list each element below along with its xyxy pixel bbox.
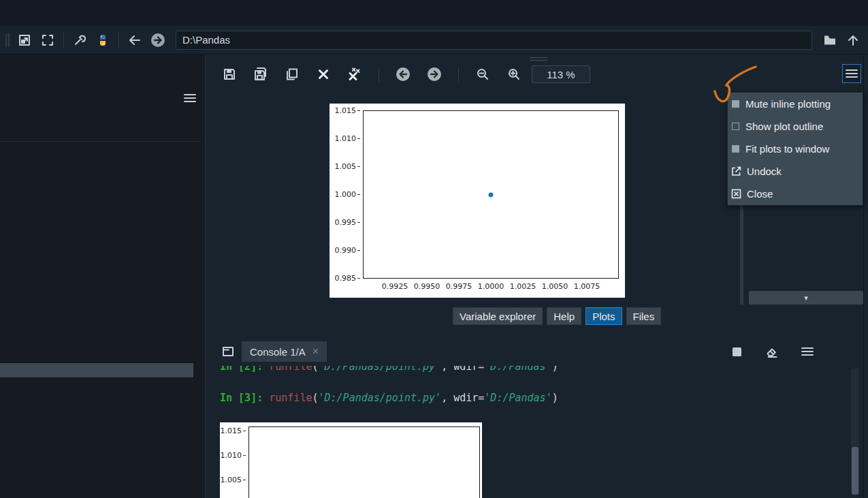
arrow-left-circle-icon	[395, 66, 411, 82]
close-x-icon	[317, 68, 329, 80]
save-all-plots-button[interactable]	[251, 65, 270, 84]
splitter-handle[interactable]	[530, 57, 547, 61]
eraser-icon	[765, 345, 779, 358]
main-plot-xticks: 0.99250.99500.99751.00001.00251.00501.00…	[379, 282, 602, 291]
remove-all-plots-button[interactable]	[345, 65, 364, 84]
console-output[interactable]: In [2]: runfile('D:/Pandas/point.py', wd…	[213, 366, 846, 498]
save-all-icon	[253, 67, 268, 82]
console-line: In [2]: runfile('D:/Pandas/point.py', wd…	[220, 366, 846, 373]
browse-tabs-button[interactable]	[219, 342, 238, 361]
console-pane: Console 1/A ×	[213, 337, 863, 498]
scatter-point	[489, 192, 494, 197]
checkbox-checked-icon	[732, 145, 739, 153]
main-toolbar	[0, 26, 868, 55]
divider	[0, 141, 202, 142]
back-button[interactable]	[125, 31, 144, 50]
tab-files[interactable]: Files	[626, 307, 662, 325]
working-directory-input[interactable]	[176, 31, 812, 50]
folder-icon	[822, 33, 837, 48]
menu-item-label: Undock	[747, 166, 782, 177]
zoom-out-button[interactable]	[473, 65, 492, 84]
save-icon	[223, 67, 236, 81]
main-plot-yticks: 1.0151.0101.0051.0000.9950.9900.985	[329, 106, 360, 283]
close-box-icon	[730, 188, 742, 200]
hamburger-icon	[183, 93, 197, 104]
main-plot-figure[interactable]: 1.0151.0101.0051.0000.9950.9900.985 0.99…	[329, 104, 625, 298]
fullscreen-icon	[41, 33, 54, 47]
separator	[118, 33, 119, 48]
tab-variable-explorer[interactable]: Variable explorer	[453, 307, 543, 325]
window-icon	[221, 345, 235, 358]
titlebar	[0, 0, 868, 26]
close-all-icon	[347, 67, 362, 82]
chevron-down-icon: ▾	[804, 294, 808, 302]
separator	[379, 67, 379, 82]
forward-button[interactable]	[148, 31, 167, 50]
maximize-pane-icon	[18, 33, 31, 47]
main-plot-axes	[363, 110, 619, 279]
zoom-in-icon	[507, 67, 521, 81]
checkbox-unchecked-icon	[732, 123, 739, 130]
console-plot-axes	[248, 426, 480, 498]
parent-directory-button[interactable]	[843, 31, 863, 50]
console-options-button[interactable]	[798, 342, 817, 361]
plots-options-button[interactable]	[842, 64, 861, 83]
menu-item-label: Show plot outline	[745, 121, 823, 132]
menu-item-mute-inline-plotting[interactable]: Mute inline plotting	[728, 93, 863, 115]
checkbox-checked-icon	[732, 100, 739, 108]
console-tab-label: Console 1/A	[250, 346, 306, 358]
console-tab-bar: Console 1/A ×	[213, 337, 863, 366]
hamburger-icon	[801, 346, 814, 357]
previous-plot-button[interactable]	[393, 65, 413, 84]
zoom-in-button[interactable]	[504, 65, 524, 84]
separator	[63, 33, 64, 48]
maximize-pane-button[interactable]	[15, 31, 34, 50]
arrow-up-icon	[846, 33, 861, 48]
console-tab[interactable]: Console 1/A ×	[242, 341, 327, 362]
next-plot-button[interactable]	[425, 65, 444, 84]
console-plot-yticks: 1.0151.0101.005	[220, 426, 246, 484]
thumbnail-dropdown-bar[interactable]: ▾	[749, 291, 863, 305]
zoom-out-icon	[476, 67, 489, 81]
selected-row[interactable]	[0, 363, 193, 377]
plots-options-menu: Mute inline plotting Show plot outline F…	[727, 92, 863, 206]
editor-options-button[interactable]	[180, 89, 199, 108]
save-plot-button[interactable]	[220, 65, 239, 84]
copy-icon	[285, 67, 299, 81]
arrow-left-icon	[127, 33, 142, 48]
editor-pane	[0, 55, 206, 498]
tools-button[interactable]	[70, 31, 89, 50]
remove-plot-button[interactable]	[314, 65, 333, 84]
interrupt-kernel-button[interactable]	[727, 342, 746, 361]
menu-item-close[interactable]: Close	[728, 183, 863, 205]
python-environment-button[interactable]	[93, 31, 112, 50]
clear-console-button[interactable]	[762, 342, 782, 361]
zoom-level-field[interactable]: 113 %	[532, 65, 590, 83]
menu-item-label: Fit plots to window	[745, 143, 829, 155]
menu-item-fit-plots-to-window[interactable]: Fit plots to window	[728, 138, 863, 160]
hamburger-icon	[845, 68, 858, 79]
close-tab-icon[interactable]: ×	[312, 345, 319, 358]
console-line: In [3]: runfile('D:/Pandas/point.py', wd…	[220, 391, 846, 405]
copy-plot-button[interactable]	[283, 65, 302, 84]
scrollbar-thumb[interactable]	[852, 447, 858, 495]
toolbar-drag-handle[interactable]	[5, 33, 10, 47]
plots-toolbar: 113 %	[220, 64, 590, 84]
tab-help[interactable]: Help	[547, 307, 581, 325]
console-toolbar-right	[727, 342, 817, 361]
pane-tab-bar: Variable explorer Help Plots Files	[453, 307, 661, 325]
menu-item-show-plot-outline[interactable]: Show plot outline	[728, 115, 863, 138]
menu-item-undock[interactable]: Undock	[728, 160, 863, 183]
menu-item-label: Close	[747, 188, 773, 200]
python-logo-icon	[96, 33, 110, 47]
browse-directory-button[interactable]	[820, 31, 839, 50]
console-scrollbar[interactable]	[851, 369, 859, 495]
wrench-icon	[73, 33, 86, 47]
right-edge-strip	[863, 55, 868, 498]
console-inline-plot: 1.0151.0101.005	[220, 422, 482, 498]
undock-icon	[730, 166, 742, 177]
separator	[458, 67, 459, 82]
fullscreen-button[interactable]	[38, 31, 57, 50]
menu-item-label: Mute inline plotting	[745, 98, 831, 110]
tab-plots[interactable]: Plots	[585, 307, 622, 325]
